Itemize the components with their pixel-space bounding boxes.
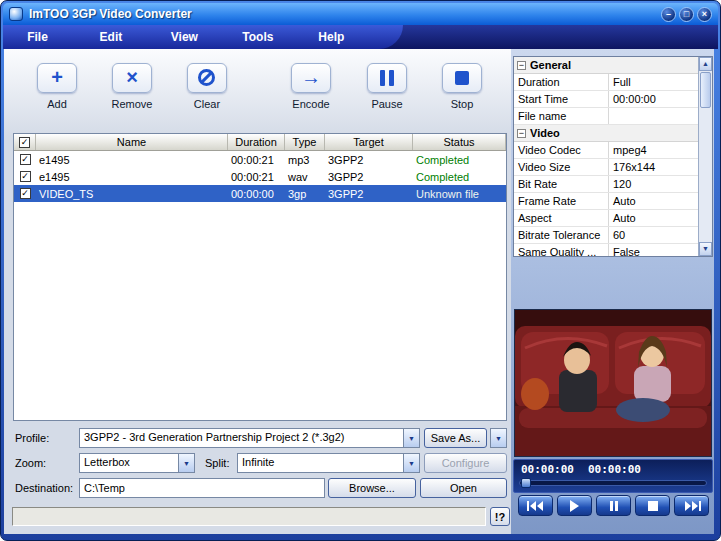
seek-slider-thumb[interactable] (521, 478, 531, 488)
menu-view[interactable]: View (150, 30, 219, 44)
encode-button[interactable]: → Encode (283, 63, 339, 110)
property-group-general[interactable]: − General (514, 57, 698, 74)
chevron-down-icon[interactable]: ▼ (491, 429, 506, 447)
maximize-button[interactable]: □ (679, 7, 694, 22)
open-button[interactable]: Open (420, 478, 507, 498)
split-value: Infinite (238, 454, 403, 472)
close-button[interactable]: × (697, 7, 712, 22)
save-as-button[interactable]: Save As... (424, 428, 487, 448)
pause-playback-button[interactable] (596, 495, 631, 516)
properties-panel: − General Duration Full Start Time 00:00… (513, 56, 713, 257)
file-duration: 00:00:21 (228, 168, 285, 185)
menu-edit[interactable]: Edit (76, 30, 145, 44)
property-row[interactable]: Video Codec mpeg4 (514, 142, 698, 159)
video-preview (514, 309, 712, 457)
player-time-panel: 00:00:00 00:00:00 (513, 459, 713, 493)
scrollbar-thumb[interactable] (700, 72, 711, 108)
file-row[interactable]: ✓ e1495 00:00:21 wav 3GPP2 Completed (14, 168, 506, 185)
split-select[interactable]: Infinite ▼ (237, 453, 420, 473)
row-checkbox[interactable]: ✓ (20, 154, 31, 165)
clear-button[interactable]: Clear (179, 63, 235, 110)
menu-file[interactable]: File (3, 30, 72, 44)
skip-back-button[interactable] (518, 495, 553, 516)
menu-help[interactable]: Help (297, 30, 366, 44)
zoom-value: Letterbox (80, 454, 178, 472)
remove-icon: × (112, 63, 152, 93)
skip-forward-button[interactable] (674, 495, 709, 516)
file-type: 3gp (285, 185, 325, 202)
file-status: Completed (413, 151, 506, 168)
collapse-icon[interactable]: − (517, 61, 526, 70)
properties-scrollbar[interactable]: ▲ ▼ (698, 57, 712, 256)
property-row[interactable]: Aspect Auto (514, 210, 698, 227)
profile-label: Profile: (15, 432, 49, 444)
property-row[interactable]: Bit Rate 120 (514, 176, 698, 193)
stop-playback-button[interactable] (635, 495, 670, 516)
window-title: ImTOO 3GP Video Converter (29, 7, 658, 21)
app-window: ImTOO 3GP Video Converter – □ × File Edi… (0, 0, 721, 541)
file-row-selected[interactable]: ✓ VIDEO_TS 00:00:00 3gp 3GPP2 Unknown fi… (14, 185, 506, 202)
main-panel: + Add × Remove Clear → Encode Pause Stop… (4, 49, 511, 534)
chevron-down-icon[interactable]: ▼ (403, 429, 419, 447)
destination-input[interactable] (79, 478, 325, 498)
zoom-select[interactable]: Letterbox ▼ (79, 453, 195, 473)
file-target: 3GPP2 (325, 151, 413, 168)
file-status: Completed (413, 168, 506, 185)
chevron-down-icon[interactable]: ▼ (403, 454, 419, 472)
column-header-type[interactable]: Type (285, 134, 325, 150)
select-all-checkbox[interactable]: ✓ (19, 137, 30, 148)
preview-frame-image (515, 310, 711, 456)
chevron-down-icon[interactable]: ▼ (178, 454, 194, 472)
profile-more-button[interactable]: ▼ (490, 428, 507, 448)
group-label: Video (530, 127, 560, 139)
pause-icon (609, 501, 619, 511)
column-header-name[interactable]: Name (36, 134, 228, 150)
add-icon: + (37, 63, 77, 93)
file-type: mp3 (285, 151, 325, 168)
time-total: 00:00:00 (588, 463, 641, 476)
status-bar (12, 507, 486, 526)
scroll-down-icon[interactable]: ▼ (699, 242, 712, 256)
property-row[interactable]: Bitrate Tolerance 60 (514, 227, 698, 244)
time-elapsed: 00:00:00 (521, 463, 574, 476)
remove-button[interactable]: × Remove (104, 63, 160, 110)
column-header-status[interactable]: Status (413, 134, 506, 150)
menubar: File Edit View Tools Help (3, 25, 718, 49)
menu-tools[interactable]: Tools (223, 30, 292, 44)
property-row[interactable]: Duration Full (514, 74, 698, 91)
pause-icon (367, 63, 407, 93)
profile-select[interactable]: 3GPP2 - 3rd Generation Partnership Proje… (79, 428, 420, 448)
properties-grid: − General Duration Full Start Time 00:00… (514, 57, 698, 256)
property-row[interactable]: File name (514, 108, 698, 125)
property-group-video[interactable]: − Video (514, 125, 698, 142)
stop-icon (648, 501, 658, 511)
play-button[interactable] (557, 495, 592, 516)
scroll-up-icon[interactable]: ▲ (699, 57, 712, 71)
property-row[interactable]: Video Size 176x144 (514, 159, 698, 176)
configure-button[interactable]: Configure (424, 453, 507, 473)
column-header-duration[interactable]: Duration (228, 134, 285, 150)
play-icon (569, 500, 580, 512)
add-button[interactable]: + Add (29, 63, 85, 110)
property-row[interactable]: Same Quality ... False (514, 244, 698, 256)
help-button[interactable]: !? (490, 507, 510, 526)
column-header-target[interactable]: Target (325, 134, 413, 150)
destination-label: Destination: (15, 482, 73, 494)
skip-forward-icon (683, 501, 701, 511)
titlebar: ImTOO 3GP Video Converter – □ × (3, 3, 718, 25)
pause-button[interactable]: Pause (359, 63, 415, 110)
browse-button[interactable]: Browse... (328, 478, 416, 498)
minimize-button[interactable]: – (661, 7, 676, 22)
file-row[interactable]: ✓ e1495 00:00:21 mp3 3GPP2 Completed (14, 151, 506, 168)
file-name: e1495 (36, 151, 228, 168)
skip-back-icon (527, 501, 545, 511)
seek-slider[interactable] (519, 480, 707, 486)
stop-button[interactable]: Stop (434, 63, 490, 110)
column-header-check[interactable]: ✓ (14, 134, 36, 150)
property-row[interactable]: Frame Rate Auto (514, 193, 698, 210)
row-checkbox[interactable]: ✓ (20, 188, 31, 199)
collapse-icon[interactable]: − (517, 129, 526, 138)
group-label: General (530, 59, 571, 71)
row-checkbox[interactable]: ✓ (20, 171, 31, 182)
property-row[interactable]: Start Time 00:00:00 (514, 91, 698, 108)
